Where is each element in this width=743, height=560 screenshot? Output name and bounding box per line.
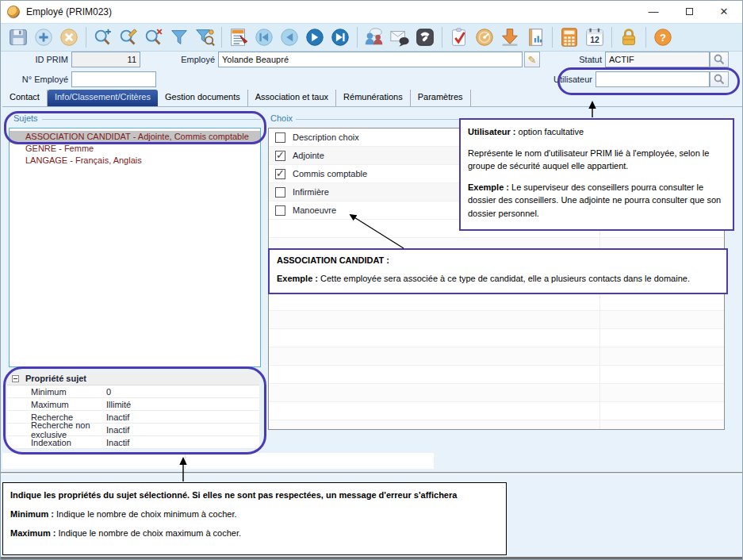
delete-record-icon[interactable]: [57, 25, 81, 49]
phone-icon[interactable]: [413, 25, 437, 49]
titlebar: Employé (PRIM023) — ✕: [1, 1, 742, 23]
property-label: Indexation: [7, 438, 106, 447]
annotation-heading: ASSOCIATION CANDIDAT :: [277, 255, 389, 265]
statut-search-button[interactable]: [710, 52, 729, 67]
utilisateur-field[interactable]: [596, 71, 710, 87]
checkbox-icon[interactable]: [275, 169, 285, 179]
save-icon[interactable]: [6, 25, 30, 49]
collapse-icon[interactable]: [12, 375, 19, 382]
annotation-text: Représente le nom d'utilisateur PRIM lié…: [468, 147, 726, 173]
tasks-icon[interactable]: [447, 25, 471, 49]
choix-label: Commis comptable: [293, 169, 367, 178]
annotation-heading: Exemple :: [468, 182, 509, 192]
messages-icon[interactable]: [388, 25, 412, 49]
maximize-button[interactable]: [677, 6, 701, 19]
property-row[interactable]: Minimum0: [7, 385, 259, 398]
sujet-tree-item[interactable]: LANGAGE - Français, Anglais: [10, 155, 260, 167]
statut-label: Statut: [548, 52, 602, 67]
property-label: Minimum: [7, 387, 106, 397]
record-list-icon[interactable]: [227, 25, 251, 49]
svg-text:12: 12: [590, 36, 599, 44]
toolbar-separator: [442, 27, 442, 48]
search-edit-icon[interactable]: [117, 25, 140, 49]
annotation-heading: Utilisateur :: [468, 127, 516, 136]
calendar-icon[interactable]: 12: [583, 25, 607, 49]
app-window: Employé (PRIM023) — ✕ 12: [0, 0, 743, 560]
previous-record-icon[interactable]: [278, 25, 301, 49]
utilisateur-label: Utilisateur: [538, 71, 592, 87]
calculator-icon[interactable]: [557, 25, 581, 49]
choix-label: Adjointe: [293, 151, 324, 160]
tab-parametres[interactable]: Paramètres: [411, 90, 471, 106]
search-add-icon[interactable]: [91, 25, 115, 49]
minimize-button[interactable]: —: [642, 6, 665, 19]
next-record-icon[interactable]: [303, 25, 327, 49]
property-label: Maximum: [7, 400, 106, 409]
maximize-icon: [686, 8, 693, 15]
annotation-heading: Indique les propriétés du sujet sélectio…: [10, 490, 457, 500]
lock-icon[interactable]: [617, 25, 641, 49]
search-icon: [713, 53, 726, 66]
no-employe-label: N° Employé: [9, 71, 68, 87]
report-icon[interactable]: [523, 25, 547, 49]
sujets-group-line: [42, 119, 261, 120]
app-logo-icon: [7, 6, 20, 18]
id-prim-label: ID PRIM: [9, 52, 68, 67]
sujets-group-label: Sujets: [13, 113, 38, 123]
tab-gestion-documents[interactable]: Gestion documents: [158, 90, 248, 106]
employe-field[interactable]: [218, 52, 523, 67]
search-icon: [713, 73, 726, 86]
propriete-sujet-grid: Propriété sujet Minimum0 MaximumIllimité…: [7, 372, 259, 449]
annotation-proprietes: Indique les propriétés du sujet sélectio…: [2, 482, 507, 555]
annotation-utilisateur: Utilisateur : option facultative Représe…: [459, 118, 734, 231]
annotation-association-candidat: ASSOCIATION CANDIDAT : Exemple : Cette e…: [268, 248, 728, 294]
close-button[interactable]: ✕: [712, 6, 736, 19]
sujet-tree-item[interactable]: ASSOCIATION CANDIDAT - Adjointe, Commis …: [10, 131, 260, 143]
tab-remunerations[interactable]: Rémunérations: [336, 90, 411, 106]
property-row[interactable]: IndexationInactif: [7, 436, 259, 449]
choix-label: Infirmière: [293, 187, 329, 197]
import-icon[interactable]: [498, 25, 522, 49]
pencil-icon: ✎: [528, 54, 537, 66]
contacts-icon[interactable]: [362, 25, 386, 49]
statut-field[interactable]: [605, 52, 710, 67]
filter-search-icon[interactable]: [193, 25, 216, 49]
window-bottom-border: [1, 557, 742, 559]
edit-employe-button[interactable]: ✎: [524, 52, 540, 67]
sujet-tree-item[interactable]: GENRE - Femme: [10, 143, 260, 155]
toolbar: 12 ?: [1, 23, 742, 52]
checkbox-icon[interactable]: [275, 151, 285, 161]
utilisateur-search-button[interactable]: [710, 71, 729, 87]
last-record-icon[interactable]: [328, 25, 352, 49]
annotation-text: option facultative: [516, 127, 584, 136]
first-record-icon[interactable]: [252, 25, 276, 49]
checkbox-icon[interactable]: [275, 187, 285, 198]
id-prim-field[interactable]: [71, 52, 140, 67]
annotation-text: Cette employée sera associée à ce type d…: [318, 274, 690, 283]
toolbar-separator: [86, 27, 86, 48]
filter-icon[interactable]: [167, 25, 191, 49]
property-row[interactable]: Recherche non exclusiveInactif: [7, 424, 259, 436]
checkbox-icon[interactable]: [275, 205, 285, 216]
property-value: Illimité: [106, 400, 259, 409]
propriete-sujet-title: Propriété sujet: [25, 374, 86, 383]
tab-info-classement-criteres[interactable]: Info/Classement/Critères: [48, 90, 158, 106]
property-grid-empty-row: [2, 453, 434, 469]
svg-text:?: ?: [660, 32, 666, 44]
checkbox-icon[interactable]: [275, 132, 285, 143]
no-employe-field[interactable]: [71, 71, 156, 87]
propriete-sujet-header[interactable]: Propriété sujet: [7, 372, 259, 385]
property-row[interactable]: MaximumIllimité: [7, 398, 259, 411]
property-label: Recherche non exclusive: [7, 420, 106, 439]
tab-strip: Contact Info/Classement/Critères Gestion…: [2, 90, 742, 107]
add-record-icon[interactable]: [32, 25, 56, 49]
help-icon[interactable]: ?: [651, 25, 675, 49]
tab-association-et-taux[interactable]: Association et taux: [248, 90, 336, 106]
annotation-heading: Exemple :: [277, 274, 318, 283]
window-title: Employé (PRIM023): [26, 6, 112, 17]
web-icon[interactable]: [473, 25, 496, 49]
choix-label: Description choix: [293, 132, 359, 142]
property-value: Inactif: [106, 425, 259, 435]
search-clear-icon[interactable]: [142, 25, 166, 49]
tab-contact[interactable]: Contact: [2, 90, 48, 106]
